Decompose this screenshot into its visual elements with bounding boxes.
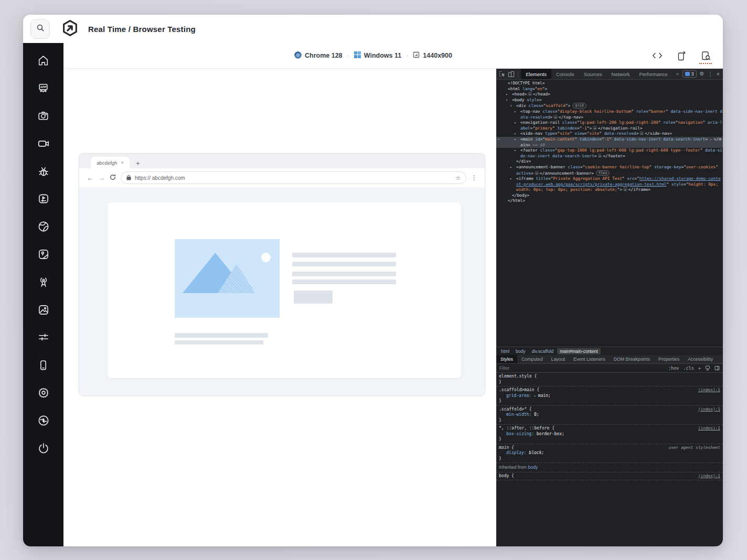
devtools-menu-icon[interactable]: ⋮ bbox=[708, 71, 713, 77]
devtools-tab-sources[interactable]: Sources bbox=[579, 69, 607, 79]
rule-source-link[interactable]: user agent stylesheet bbox=[668, 445, 720, 451]
browser-tab[interactable]: abcdefgh × bbox=[91, 157, 130, 168]
geolocation-icon[interactable] bbox=[23, 241, 63, 268]
style-rule[interactable]: element.style {} bbox=[496, 373, 723, 386]
devtools-tree-line[interactable]: ▸<main id="main-content" tabindex="-1" d… bbox=[496, 137, 723, 148]
bookmark-star-icon[interactable]: ☆ bbox=[455, 175, 461, 181]
expand-arrow-icon[interactable]: ▾ bbox=[510, 103, 516, 109]
issues-badge[interactable]: 3 bbox=[682, 70, 697, 78]
new-tab-icon[interactable]: + bbox=[136, 160, 140, 167]
devtools-tree-line[interactable]: ▾<div class="scaffold">grid bbox=[496, 103, 723, 109]
more-tabs-icon[interactable]: » bbox=[674, 71, 681, 77]
breadcrumb-item[interactable]: html bbox=[498, 348, 512, 354]
sidebar-dock-icon[interactable] bbox=[714, 365, 720, 371]
bug-icon[interactable] bbox=[23, 157, 63, 185]
expand-arrow-spacer bbox=[501, 87, 508, 92]
styles-tab-dom-breakpoints[interactable]: DOM Breakpoints bbox=[610, 355, 654, 363]
style-rule[interactable]: .scaffold>main {(index):1grid-area: ▸ ma… bbox=[496, 386, 723, 406]
devtools-tree-line[interactable]: </html> bbox=[496, 198, 723, 204]
devtools-tree-line[interactable]: ▾<body style> bbox=[496, 98, 723, 103]
styles-tab-event-listeners[interactable]: Event Listeners bbox=[569, 355, 610, 363]
expand-arrow-icon[interactable]: ▸ bbox=[506, 92, 512, 98]
css-property[interactable]: grid-area: ▸ main; bbox=[499, 393, 720, 399]
css-property[interactable]: min-width: 0; bbox=[499, 412, 720, 418]
image-gallery-icon[interactable] bbox=[23, 296, 63, 324]
mobile-device-icon[interactable] bbox=[23, 351, 63, 379]
computed-styles-icon[interactable] bbox=[705, 365, 710, 371]
style-rule[interactable]: main {user agent stylesheetdisplay: bloc… bbox=[496, 444, 723, 464]
browser-menu-icon[interactable]: ⋮ bbox=[471, 174, 477, 181]
devtools-tree-line[interactable]: </div> bbox=[496, 159, 723, 165]
expand-arrow-icon[interactable]: ▸ bbox=[514, 131, 520, 137]
rule-source-link[interactable]: (index):1 bbox=[698, 407, 720, 413]
url-field[interactable]: https:// abcdefgh.com ☆ bbox=[121, 171, 466, 184]
switch-sync-icon[interactable] bbox=[23, 406, 63, 434]
devtools-tree-line[interactable]: ▸<navigation-rail class="lg:pad-left-200… bbox=[496, 120, 723, 131]
settings-gear-icon[interactable] bbox=[23, 379, 63, 407]
styles-tab-computed[interactable]: Computed bbox=[517, 355, 547, 363]
css-property[interactable]: box-sizing: border-box; bbox=[499, 432, 720, 437]
expand-arrow-icon[interactable]: ▸ bbox=[510, 165, 516, 170]
devtools-tab-elements[interactable]: Elements bbox=[521, 69, 551, 79]
css-property[interactable]: display: block; bbox=[499, 450, 720, 456]
screenshot-camera-icon[interactable] bbox=[23, 102, 63, 130]
expand-arrow-icon[interactable]: ▸ bbox=[514, 137, 520, 143]
breadcrumb-item[interactable]: main#main-content bbox=[557, 348, 600, 354]
test-playback-icon[interactable] bbox=[23, 185, 63, 213]
inherited-from-link[interactable]: body bbox=[528, 465, 538, 470]
devtools-toggle-icon[interactable] bbox=[700, 50, 711, 61]
hover-state-toggle[interactable]: :hov bbox=[668, 365, 679, 371]
styles-tab-layout[interactable]: Layout bbox=[547, 355, 569, 363]
back-icon[interactable]: ← bbox=[87, 175, 93, 181]
rule-source-link[interactable]: (index):1 bbox=[698, 426, 720, 432]
settings-sliders-icon[interactable] bbox=[23, 324, 63, 351]
devtools-tree-line[interactable]: ▸<head>…</head> bbox=[496, 92, 723, 98]
forward-icon[interactable]: → bbox=[98, 175, 105, 181]
expand-arrow-icon[interactable]: ▾ bbox=[506, 98, 512, 103]
tab-close-icon[interactable]: × bbox=[121, 160, 123, 165]
video-recorder-icon[interactable] bbox=[23, 130, 63, 157]
reload-icon[interactable] bbox=[110, 174, 116, 181]
styles-tab-accessibility[interactable]: Accessibility bbox=[684, 355, 717, 363]
style-rule[interactable]: *, ::after, ::before {(index):1box-sizin… bbox=[496, 425, 723, 444]
rule-source-link[interactable]: (index):1 bbox=[698, 473, 720, 479]
rule-source-link[interactable]: (index):1 bbox=[698, 387, 720, 393]
devtools-tree-line[interactable]: ▸<announcement-banner class="cookie-bann… bbox=[496, 165, 723, 176]
devtools-tree-line[interactable]: ▸<footer class="gap-top-1000 lg:pad-left… bbox=[496, 148, 723, 159]
broadcast-antenna-icon[interactable] bbox=[23, 268, 63, 296]
breadcrumb-item[interactable]: div.scaffold bbox=[529, 348, 557, 354]
devtools-close-icon[interactable]: × bbox=[717, 71, 720, 77]
app-testing-icon[interactable]: APP bbox=[23, 74, 63, 102]
breadcrumb-item[interactable]: body bbox=[513, 348, 528, 354]
search-button[interactable] bbox=[30, 19, 50, 39]
expand-arrow-icon[interactable]: ▸ bbox=[514, 109, 520, 115]
devtools-tree-line[interactable]: ▸<iframe title="Private Aggregation API … bbox=[496, 176, 723, 193]
brand-logo-icon[interactable] bbox=[61, 19, 79, 39]
new-style-rule-icon[interactable]: + bbox=[698, 365, 701, 371]
styles-tab-properties[interactable]: Properties bbox=[654, 355, 684, 363]
inspect-icon[interactable] bbox=[498, 69, 506, 79]
devtools-tab-performance[interactable]: Performance bbox=[634, 69, 672, 79]
device-info-icon[interactable] bbox=[676, 50, 687, 61]
devtools-tree-line[interactable]: <html lang="en"> bbox=[496, 87, 723, 92]
browser-globe-icon[interactable] bbox=[23, 213, 63, 241]
style-rule[interactable]: body {(index):1 bbox=[496, 472, 723, 481]
devtools-tab-console[interactable]: Console bbox=[551, 69, 579, 79]
device-toolbar-icon[interactable] bbox=[507, 69, 515, 79]
expand-arrow-icon[interactable]: ▸ bbox=[514, 148, 520, 154]
devtools-settings-icon[interactable]: ⚙ bbox=[700, 71, 705, 77]
class-toggle[interactable]: .cls bbox=[683, 365, 693, 371]
styles-tab-styles[interactable]: Styles bbox=[496, 355, 517, 363]
devtools-tree-line[interactable]: <!DOCTYPE html> bbox=[496, 81, 723, 87]
devtools-tab-network[interactable]: Network bbox=[607, 69, 635, 79]
power-icon[interactable] bbox=[23, 434, 63, 462]
devtools-tree-line[interactable]: </body> bbox=[496, 193, 723, 199]
style-rule[interactable]: .scaffold>* {(index):1min-width: 0;} bbox=[496, 406, 723, 425]
devtools-tree-line[interactable]: ▸<side-nav type="site" view="site" data-… bbox=[496, 131, 723, 137]
code-icon[interactable] bbox=[652, 50, 663, 61]
styles-filter-input[interactable]: Filter bbox=[499, 365, 668, 371]
expand-arrow-icon[interactable]: ▸ bbox=[514, 120, 520, 126]
home-icon[interactable] bbox=[23, 47, 63, 74]
expand-arrow-icon[interactable]: ▸ bbox=[510, 176, 516, 182]
devtools-tree-line[interactable]: ▸<top-nav class="display-block hairline-… bbox=[496, 109, 723, 120]
